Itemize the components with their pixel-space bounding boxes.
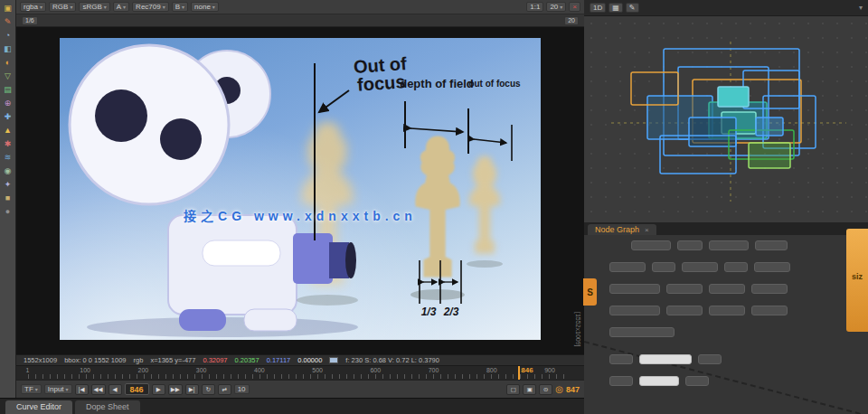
lock-range-icon[interactable]: ⊙ [539,384,552,395]
play-back-button[interactable]: ◀◀ [91,384,106,395]
property-button[interactable] [666,284,703,294]
close-icon[interactable]: × [645,226,649,234]
proxy-toggle[interactable]: 1:1 [526,2,543,12]
tool-transform-icon[interactable]: ✚ [1,110,14,123]
layer-select[interactable]: rgba▾ [20,2,46,12]
timeline-tick-label: 900 [544,367,555,373]
tab-dope-sheet[interactable]: Dope Sheet [75,400,140,414]
chevron-down-icon: ▾ [560,4,562,10]
property-value-field[interactable] [639,354,692,364]
loop-button[interactable]: ↻ [202,384,215,395]
flipbook-target-icon[interactable]: ◎ [555,384,563,394]
annotation-out-of-focus-right: out of focus [468,80,521,89]
grid-overlay-button[interactable]: ▦ [609,3,623,13]
step-back-button[interactable]: ◀ [108,384,122,395]
tool-draw-icon[interactable]: ✎ [1,15,14,28]
goto-end-button[interactable]: ▶| [185,384,199,395]
tool-color-icon[interactable]: ◐ [1,56,14,69]
property-button[interactable] [609,376,633,386]
property-button[interactable] [724,262,748,272]
viewer-lut-select[interactable]: sRGB▾ [79,2,109,12]
tool-channel-icon[interactable]: ◧ [1,42,14,55]
gain-field[interactable]: 20 [564,16,579,25]
display-channels-select[interactable]: RGB▾ [49,2,76,12]
viewer-canvas[interactable]: Out of focus depth of field out of focus… [16,27,584,354]
status-alpha-value: 0.00000 [297,356,322,364]
property-button[interactable] [754,262,790,272]
graph-node[interactable] [749,143,790,168]
close-viewer-button[interactable]: × [569,2,580,12]
play-button[interactable]: ▶ [152,384,165,395]
tool-merge-icon[interactable]: ⊕ [1,97,14,109]
timeline[interactable]: 1100200300400500600700800900 846 [16,365,584,380]
tool-particles-icon[interactable]: ✱ [1,137,14,150]
property-value-field[interactable] [639,376,679,386]
tab-node-graph[interactable]: Node Graph × [588,224,656,235]
input-a-source[interactable]: Rec709▾ [132,2,169,12]
property-button[interactable] [709,306,745,315]
right-panel: 1D▦✎▾ Node Graph × [584,0,868,414]
chevron-down-icon: ▾ [40,4,42,10]
tool-keyer-icon[interactable]: ▤ [1,83,14,96]
tool-metadata-icon[interactable]: ✦ [1,178,14,191]
property-button[interactable] [685,376,709,386]
bounce-button[interactable]: ⇄ [218,384,231,395]
property-button[interactable] [755,240,788,250]
tool-time-icon[interactable]: ◔ [1,29,14,42]
graph-node[interactable] [718,87,749,107]
property-button[interactable] [698,354,722,364]
property-button[interactable] [609,284,660,294]
chevron-down-icon[interactable]: ▾ [859,4,863,12]
property-button[interactable] [609,354,633,364]
property-button[interactable] [609,306,660,315]
property-button[interactable] [609,262,646,272]
tool-views-icon[interactable]: ◉ [1,165,14,177]
property-button[interactable] [631,240,671,250]
timeline-playhead[interactable]: 846 [518,366,520,380]
node-graph-tab-bar: Node Graph × [584,222,868,235]
current-frame-field[interactable]: 846 [125,383,149,395]
graph-node[interactable] [756,118,783,136]
property-button[interactable] [682,262,718,272]
property-row [631,240,788,250]
property-button[interactable] [709,284,745,294]
input-a-select[interactable]: A▾ [113,2,129,12]
size-panel-strip[interactable]: siz [846,229,868,332]
collapsed-panel-s-badge[interactable]: S [583,278,597,306]
monitor-output-icon[interactable]: ▢ [506,384,520,395]
timeline-ticks [28,374,568,379]
property-row [609,327,675,337]
edit-roi-button[interactable]: ✎ [626,3,639,13]
property-button[interactable] [709,240,749,250]
property-button[interactable] [751,306,788,315]
tool-toolsets-icon[interactable]: ■ [1,192,14,204]
frame-increment-field[interactable]: 10 [234,384,250,394]
input-b-select[interactable]: B▾ [172,2,188,12]
property-row [609,284,788,294]
tool-image-icon[interactable]: ▣ [1,2,14,14]
property-button[interactable] [677,240,703,250]
zoom-select[interactable]: 20▾ [546,2,566,12]
property-button[interactable] [652,262,675,272]
goto-start-button[interactable]: |◀ [75,384,89,395]
input-b-source[interactable]: none▾ [191,2,219,12]
fast-forward-button[interactable]: ▶▶ [168,384,183,395]
fullscreen-icon[interactable]: ▣ [523,384,536,395]
tool-deep-icon[interactable]: ≋ [1,151,14,164]
tool-3d-icon[interactable]: ▲ [1,124,14,136]
annotation-two-thirds: 2/3 [440,306,462,318]
property-button[interactable] [751,284,788,294]
annotation-depth-of-field: depth of field [396,78,477,90]
tab-curve-editor[interactable]: Curve Editor [5,400,72,414]
sample-1d-button[interactable]: 1D [590,3,606,13]
property-button[interactable] [609,327,675,337]
tab-node-graph-label: Node Graph [595,225,639,234]
views-chip[interactable]: 1/6 [22,16,38,25]
node-graph[interactable] [584,16,868,222]
input-select[interactable]: Input▾ [44,384,72,394]
property-button[interactable] [666,306,703,315]
bottom-pane-tabs: Curve EditorDope Sheet [0,398,584,414]
tool-filter-icon[interactable]: ▽ [1,70,14,82]
tool-other-icon[interactable]: ● [1,205,14,218]
playback-rate-select[interactable]: TF▾ [21,384,42,394]
